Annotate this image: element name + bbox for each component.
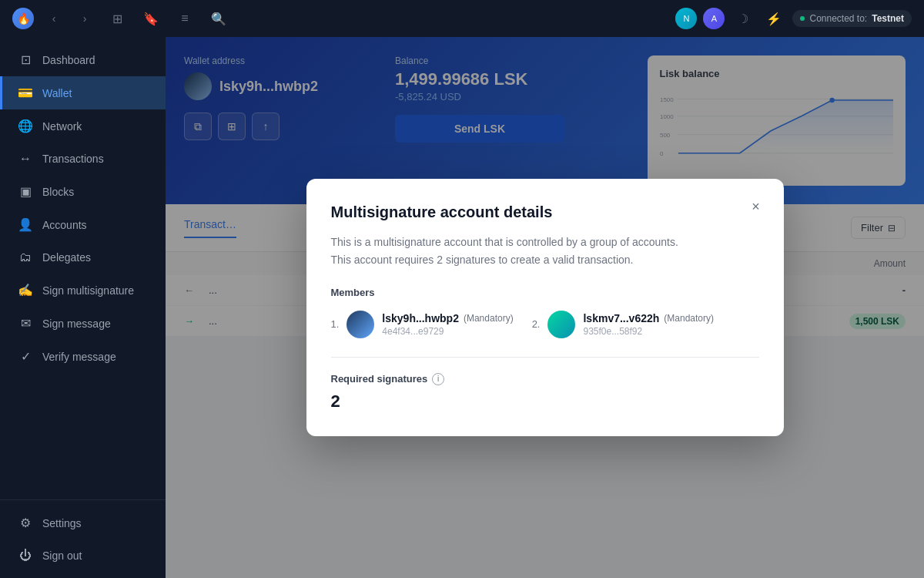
sidebar-item-sign-message[interactable]: ✉ Sign message [0, 307, 166, 340]
members-label: Members [331, 287, 759, 298]
sidebar-label-settings: Settings [42, 517, 82, 529]
sidebar: ⊡ Dashboard 💳 Wallet 🌐 Network ↔ Transac… [0, 37, 166, 578]
forward-button[interactable]: › [74, 8, 95, 29]
dashboard-icon: ⊡ [18, 52, 33, 67]
member-name-2: lskmv7...v622h [583, 312, 659, 324]
content-area: Wallet address lsky9h...hwbp2 ⧉ ⊞ ↑ Bala… [166, 37, 924, 578]
sidebar-label-delegates: Delegates [42, 251, 91, 264]
sidebar-item-dashboard[interactable]: ⊡ Dashboard [0, 43, 166, 76]
user-avatar: A [703, 8, 725, 29]
network-name: Testnet [872, 13, 904, 24]
sidebar-label-blocks: Blocks [42, 186, 74, 198]
main-layout: ⊡ Dashboard 💳 Wallet 🌐 Network ↔ Transac… [0, 37, 924, 578]
connected-label: Connected to: [809, 13, 867, 24]
sidebar-item-sign-multisig[interactable]: ✍ Sign multisignature [0, 274, 166, 307]
sidebar-label-sign-multisig: Sign multisignature [42, 284, 134, 297]
network-icon: 🌐 [18, 119, 33, 133]
members-list: 1. lsky9h...hwbp2 (Mandatory) 4e4f34...e… [331, 311, 759, 338]
sidebar-item-network[interactable]: 🌐 Network [0, 109, 166, 143]
sidebar-label-verify-message: Verify message [42, 351, 116, 363]
connected-badge: Connected to: Testnet [792, 10, 912, 27]
topbar: 🔥 ‹ › ⊞ 🔖 ≡ 🔍 N A ☽ ⚡ Connected to: Test… [0, 0, 924, 37]
plugins-icon[interactable]: ⚡ [762, 6, 786, 31]
modal-title: Multisignature account details [331, 203, 759, 221]
accounts-icon: 👤 [18, 217, 33, 232]
required-signatures-value: 2 [331, 391, 759, 412]
sidebar-label-wallet: Wallet [42, 87, 72, 99]
delegates-icon: 🗂 [18, 250, 33, 264]
sign-multisig-icon: ✍ [18, 283, 33, 297]
member-item-2: 2. lskmv7...v622h (Mandatory) 935f0e...5… [532, 311, 714, 338]
sidebar-item-wallet[interactable]: 💳 Wallet [0, 76, 166, 109]
sidebar-item-delegates[interactable]: 🗂 Delegates [0, 241, 166, 274]
member-badge-1: (Mandatory) [464, 313, 514, 324]
sidebar-item-settings[interactable]: ⚙ Settings [0, 506, 166, 539]
network-avatar: N [675, 8, 697, 29]
blocks-icon: ▣ [18, 184, 33, 199]
list-icon[interactable]: ≡ [172, 6, 197, 31]
wallet-icon: 💳 [18, 86, 33, 100]
sign-message-icon: ✉ [18, 316, 33, 331]
sidebar-label-sign-out: Sign out [42, 549, 82, 562]
sidebar-item-transactions[interactable]: ↔ Transactions [0, 143, 166, 175]
member-number-2: 2. [532, 318, 541, 330]
sidebar-label-transactions: Transactions [42, 153, 104, 165]
member-sub-1: 4e4f34...e9729 [382, 326, 513, 337]
modal-desc-line2: This account requires 2 signatures to cr… [331, 254, 634, 266]
modal-overlay: × Multisignature account details This is… [166, 37, 924, 578]
modal-description: This is a multisignature account that is… [331, 234, 759, 268]
modal-desc-line1: This is a multisignature account that is… [331, 236, 678, 248]
back-button[interactable]: ‹ [43, 8, 65, 29]
verify-message-icon: ✓ [18, 349, 33, 364]
member-avatar-1 [346, 311, 374, 338]
sign-out-icon: ⏻ [18, 549, 33, 563]
sidebar-label-accounts: Accounts [42, 219, 87, 231]
sidebar-item-accounts[interactable]: 👤 Accounts [0, 208, 166, 241]
member-sub-2: 935f0e...58f92 [583, 326, 714, 337]
member-badge-2: (Mandatory) [664, 313, 714, 324]
sidebar-item-verify-message[interactable]: ✓ Verify message [0, 340, 166, 373]
connection-indicator [800, 16, 805, 21]
info-icon[interactable]: i [432, 373, 444, 385]
sidebar-label-network: Network [42, 120, 82, 133]
theme-toggle[interactable]: ☽ [731, 6, 755, 31]
sidebar-label-dashboard: Dashboard [42, 54, 95, 66]
multisig-modal: × Multisignature account details This is… [306, 179, 784, 436]
sidebar-label-sign-message: Sign message [42, 318, 111, 330]
sidebar-item-sign-out[interactable]: ⏻ Sign out [0, 539, 166, 572]
settings-icon: ⚙ [18, 516, 33, 530]
member-name-1: lsky9h...hwbp2 [382, 312, 459, 324]
sidebar-item-blocks[interactable]: ▣ Blocks [0, 175, 166, 208]
member-avatar-2 [547, 311, 575, 338]
member-number-1: 1. [331, 318, 340, 330]
panels-icon[interactable]: ⊞ [105, 6, 129, 31]
transactions-icon: ↔ [18, 152, 33, 166]
member-item-1: 1. lsky9h...hwbp2 (Mandatory) 4e4f34...e… [331, 311, 514, 338]
bookmark-icon[interactable]: 🔖 [139, 6, 163, 31]
search-icon[interactable]: 🔍 [206, 6, 231, 31]
modal-close-button[interactable]: × [744, 194, 768, 219]
required-signatures-label: Required signatures i [331, 373, 759, 385]
app-logo: 🔥 [12, 8, 34, 29]
